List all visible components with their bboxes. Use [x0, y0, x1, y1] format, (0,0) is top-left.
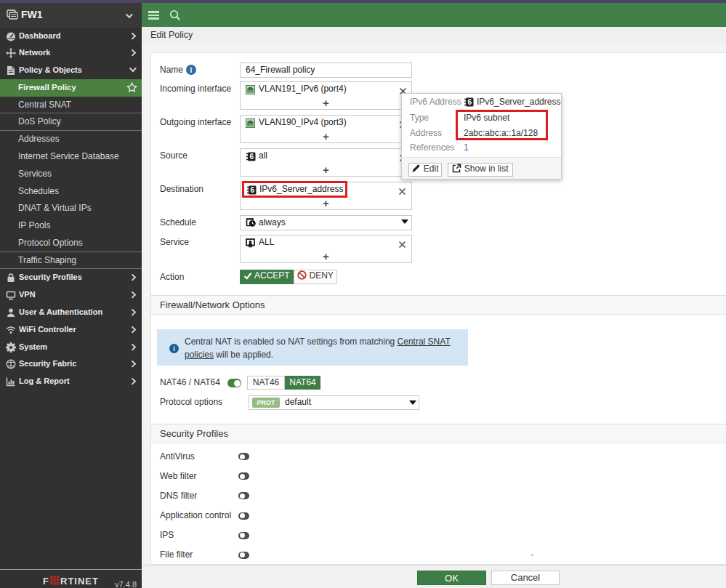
svg-text:i: i: [173, 345, 175, 353]
svg-text:i: i: [190, 66, 193, 74]
svg-text:6: 6: [468, 98, 472, 106]
svg-text:6: 6: [250, 153, 254, 161]
